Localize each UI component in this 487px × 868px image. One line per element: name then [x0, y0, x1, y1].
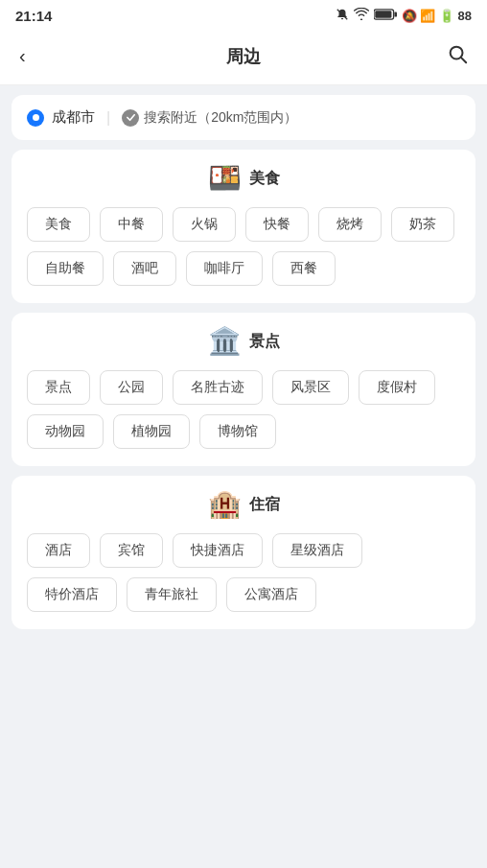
- tag-咖啡厅[interactable]: 咖啡厅: [186, 251, 263, 286]
- tag-动物园[interactable]: 动物园: [27, 414, 104, 449]
- scenic-title: 景点: [249, 332, 280, 352]
- status-bar: 21:14 🔕 📶 🔋 88: [0, 0, 487, 30]
- svg-rect-2: [394, 12, 397, 16]
- scenic-icon: 🏛️: [208, 328, 242, 355]
- tag-公寓酒店[interactable]: 公寓酒店: [226, 577, 316, 612]
- tag-酒吧[interactable]: 酒吧: [113, 251, 176, 286]
- check-icon: [122, 109, 139, 127]
- scenic-tags-grid: 景点公园名胜古迹风景区度假村动物园植物园博物馆: [27, 370, 460, 449]
- battery-percent: 🔕 📶 🔋 88: [402, 9, 472, 23]
- tag-快餐[interactable]: 快餐: [245, 207, 309, 242]
- section-header-hotel: 🏨住宿: [27, 491, 460, 518]
- wifi-icon: [354, 8, 369, 24]
- food-icon: 🍱: [208, 165, 242, 192]
- app-header: ‹ 周边: [0, 30, 487, 85]
- food-title: 美食: [249, 169, 280, 189]
- nearby-check[interactable]: 搜索附近（20km范围内）: [122, 109, 297, 127]
- location-dot-icon: [27, 109, 44, 127]
- section-hotel: 🏨住宿酒店宾馆快捷酒店星级酒店特价酒店青年旅社公寓酒店: [12, 476, 475, 629]
- tag-名胜古迹[interactable]: 名胜古迹: [173, 370, 263, 405]
- city-name: 成都市: [52, 108, 95, 127]
- tag-博物馆[interactable]: 博物馆: [199, 414, 276, 449]
- tag-青年旅社[interactable]: 青年旅社: [127, 577, 217, 612]
- tag-公园[interactable]: 公园: [100, 370, 163, 405]
- tag-度假村[interactable]: 度假村: [359, 370, 435, 405]
- tag-奶茶[interactable]: 奶茶: [391, 207, 454, 242]
- tag-酒店[interactable]: 酒店: [27, 533, 90, 568]
- divider: |: [106, 109, 110, 127]
- hotel-tags-grid: 酒店宾馆快捷酒店星级酒店特价酒店青年旅社公寓酒店: [27, 533, 460, 612]
- tag-自助餐[interactable]: 自助餐: [27, 251, 104, 286]
- tag-火锅[interactable]: 火锅: [173, 207, 236, 242]
- tag-烧烤[interactable]: 烧烤: [318, 207, 382, 242]
- tag-西餐[interactable]: 西餐: [272, 251, 336, 286]
- hotel-title: 住宿: [249, 495, 280, 515]
- silent-icon: [336, 8, 349, 24]
- tag-快捷酒店[interactable]: 快捷酒店: [173, 533, 263, 568]
- tag-景点[interactable]: 景点: [27, 370, 90, 405]
- nearby-label: 搜索附近（20km范围内）: [144, 109, 297, 127]
- battery-icon: [374, 8, 397, 24]
- back-button[interactable]: ‹: [15, 41, 30, 71]
- section-food: 🍱美食美食中餐火锅快餐烧烤奶茶自助餐酒吧咖啡厅西餐: [12, 150, 475, 303]
- svg-line-5: [461, 58, 466, 62]
- section-header-food: 🍱美食: [27, 165, 460, 192]
- tag-中餐[interactable]: 中餐: [100, 207, 163, 242]
- section-scenic: 🏛️景点景点公园名胜古迹风景区度假村动物园植物园博物馆: [12, 313, 475, 466]
- svg-rect-3: [375, 11, 391, 18]
- tag-植物园[interactable]: 植物园: [113, 414, 190, 449]
- tag-宾馆[interactable]: 宾馆: [100, 533, 163, 568]
- location-bar: 成都市 | 搜索附近（20km范围内）: [12, 95, 475, 140]
- status-time: 21:14: [15, 8, 52, 24]
- food-tags-grid: 美食中餐火锅快餐烧烤奶茶自助餐酒吧咖啡厅西餐: [27, 207, 460, 286]
- section-header-scenic: 🏛️景点: [27, 328, 460, 355]
- tag-星级酒店[interactable]: 星级酒店: [272, 533, 362, 568]
- tag-特价酒店[interactable]: 特价酒店: [27, 577, 117, 612]
- tag-风景区[interactable]: 风景区: [272, 370, 349, 405]
- tag-美食[interactable]: 美食: [27, 207, 90, 242]
- search-button[interactable]: [443, 39, 472, 73]
- status-icons: 🔕 📶 🔋 88: [336, 8, 472, 24]
- hotel-icon: 🏨: [208, 491, 242, 518]
- page-title: 周边: [226, 45, 261, 68]
